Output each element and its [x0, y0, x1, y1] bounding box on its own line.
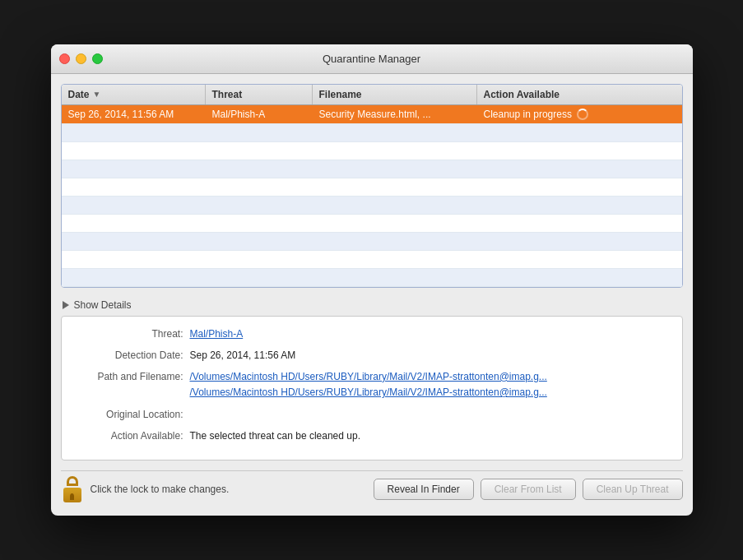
detection-date-label: Detection Date: — [75, 348, 190, 363]
detail-row-path: Path and Filename: /Volumes/Macintosh HD… — [75, 369, 669, 400]
triangle-icon — [63, 301, 69, 309]
bottom-bar: Click the lock to make changes. Reveal I… — [61, 470, 683, 506]
close-button[interactable] — [59, 53, 70, 64]
table-row-empty — [62, 178, 682, 197]
window-title: Quarantine Manager — [323, 53, 420, 65]
titlebar: Quarantine Manager — [51, 44, 693, 74]
table-row-empty — [62, 215, 682, 233]
minimize-button[interactable] — [76, 53, 86, 64]
path-value-2[interactable]: /Volumes/Macintosh HD/Users/RUBY/Library… — [190, 385, 669, 400]
show-details-label: Show Details — [74, 299, 132, 311]
traffic-lights — [59, 53, 103, 64]
path-label: Path and Filename: — [75, 369, 190, 400]
table-row-empty — [62, 197, 682, 215]
details-panel: Threat: Mal/Phish-A Detection Date: Sep … — [61, 316, 683, 460]
cell-date: Sep 26, 2014, 11:56 AM — [62, 105, 206, 123]
quarantine-manager-window: Quarantine Manager Date ▼ Threat Filenam… — [51, 44, 693, 516]
reveal-in-finder-button[interactable]: Reveal In Finder — [374, 479, 474, 500]
table-header: Date ▼ Threat Filename Action Available — [62, 85, 682, 105]
detection-date-value: Sep 26, 2014, 11:56 AM — [190, 348, 669, 363]
lock-body — [63, 488, 81, 502]
path-value-1[interactable]: /Volumes/Macintosh HD/Users/RUBY/Library… — [190, 369, 669, 385]
table-row-empty — [62, 269, 682, 287]
lock-icon[interactable] — [61, 476, 84, 502]
cell-filename: Security Measure.html, ... — [313, 105, 477, 123]
table-row-empty — [62, 142, 682, 160]
path-value: /Volumes/Macintosh HD/Users/RUBY/Library… — [190, 369, 669, 400]
col-header-filename[interactable]: Filename — [313, 85, 477, 104]
lock-section: Click the lock to make changes. — [61, 476, 374, 502]
lock-shackle — [67, 476, 78, 486]
table-body: Sep 26, 2014, 11:56 AM Mal/Phish-A Secur… — [62, 105, 682, 287]
window-content: Date ▼ Threat Filename Action Available … — [51, 74, 693, 516]
detail-row-original: Original Location: — [75, 407, 669, 422]
cell-action: Cleanup in progress — [477, 105, 682, 123]
col-header-action[interactable]: Action Available — [477, 85, 682, 104]
clear-from-list-button[interactable]: Clear From List — [481, 479, 576, 500]
button-group: Reveal In Finder Clear From List Clean U… — [374, 479, 683, 500]
action-label: Action Available: — [75, 428, 190, 443]
threat-value[interactable]: Mal/Phish-A — [190, 326, 669, 341]
spinner-icon — [577, 109, 588, 120]
original-location-label: Original Location: — [75, 407, 190, 422]
col-header-threat[interactable]: Threat — [206, 85, 313, 104]
sort-arrow-icon: ▼ — [93, 90, 101, 99]
table-row-empty — [62, 160, 682, 178]
detail-row-threat: Threat: Mal/Phish-A — [75, 326, 669, 341]
maximize-button[interactable] — [92, 53, 103, 64]
table-row[interactable]: Sep 26, 2014, 11:56 AM Mal/Phish-A Secur… — [62, 105, 682, 124]
table-row-empty — [62, 251, 682, 269]
lock-text: Click the lock to make changes. — [91, 484, 230, 495]
table-row-empty — [62, 233, 682, 251]
clean-up-threat-button[interactable]: Clean Up Threat — [583, 479, 683, 500]
detail-row-detection: Detection Date: Sep 26, 2014, 11:56 AM — [75, 348, 669, 363]
cell-threat: Mal/Phish-A — [206, 105, 313, 123]
quarantine-table: Date ▼ Threat Filename Action Available … — [61, 84, 683, 288]
table-row-empty — [62, 124, 682, 142]
show-details-bar[interactable]: Show Details — [61, 296, 683, 316]
original-location-value — [190, 407, 669, 422]
action-value: The selected threat can be cleaned up. — [190, 428, 669, 443]
detail-row-action: Action Available: The selected threat ca… — [75, 428, 669, 443]
col-header-date[interactable]: Date ▼ — [62, 85, 206, 104]
threat-label: Threat: — [75, 326, 190, 341]
lock-keyhole — [70, 493, 74, 500]
